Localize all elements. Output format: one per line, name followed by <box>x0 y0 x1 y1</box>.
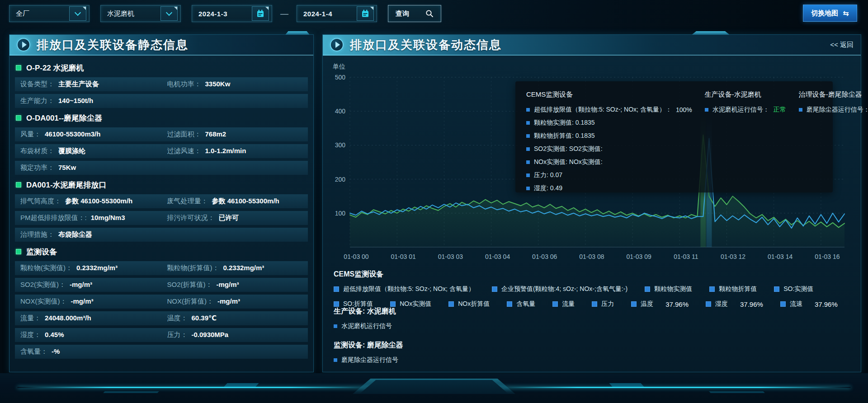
chart-legend: CEMS监测设备超低排放限值（颗拉物:5: SOz-; NOx; 含氧量）企业预… <box>334 270 854 308</box>
tooltip-column: 生产设备-水泥磨机水泥磨机运行信号：正常 <box>705 90 786 183</box>
svg-text:01-03 03: 01-03 03 <box>438 253 463 260</box>
date-from-value: 2024-1-3 <box>198 10 252 18</box>
tooltip-item-text: 湿度: 0.49 <box>534 184 562 192</box>
tooltip-item: 颗粒物实测值: 0.1835 <box>526 119 692 127</box>
legend-item[interactable]: 颗粒物实测值 <box>645 285 692 293</box>
tooltip-column: CEMS监测设备超低排放限值（颗拉物:5: SOz-; NOx; 含氧量）：10… <box>526 90 692 183</box>
tooltip-column-title: 生产设备-水泥磨机 <box>705 90 786 99</box>
tooltip-item-text: 压力: 0.07 <box>534 171 562 179</box>
info-cell: SO2(折算值)：-mg/m³ <box>167 281 302 289</box>
plant-select-value: 全厂 <box>16 9 69 18</box>
blue-square-icon <box>390 301 396 307</box>
dynamic-info-panel: 排放口及关联设备动态信息 << 返回 单位 10020030040050001-… <box>322 34 861 372</box>
info-label: 流量： <box>20 314 41 323</box>
legend-item[interactable]: 湿度37.96% <box>706 300 763 308</box>
date-to-value: 2024-1-4 <box>303 10 357 18</box>
blue-square-icon <box>705 108 708 112</box>
svg-text:01-03 06: 01-03 06 <box>532 253 557 260</box>
legend-item[interactable]: 压力 <box>592 300 614 308</box>
legend-item[interactable]: 超低排放限值（颗拉物:5: SOz-; NOx; 含氧量） <box>334 285 475 293</box>
svg-text:200: 200 <box>335 176 346 183</box>
static-panel-header: 排放口及关联设备静态信息 <box>9 35 313 56</box>
legend-item-value: 37.96% <box>740 300 763 308</box>
tooltip-item-text: 颗粒物折算值: 0.1835 <box>534 132 595 140</box>
static-info-body: O-P-22 水泥磨机设备类型：主要生产设备电机功率：3350Kw生产能力：14… <box>9 56 313 359</box>
section-header: 监测设备 <box>16 244 308 259</box>
legend-item[interactable]: 企业预警值(颗粒物:4; sOz-; NOx-;含氧气量:-) <box>492 285 627 293</box>
info-row: 治理措施：布袋除尘器 <box>15 228 308 242</box>
legend-item[interactable]: 含氧量 <box>507 300 535 308</box>
signal-group-heading: 生产设备: 水泥磨机 <box>334 307 403 316</box>
info-value: 1.0-1.2m/min <box>205 147 246 155</box>
blue-square-icon <box>334 358 337 362</box>
info-value: 75Kw <box>58 164 76 171</box>
legend-heading: CEMS监测设备 <box>334 270 854 279</box>
info-value: 0.2332mg/m³ <box>76 264 118 272</box>
info-cell: 压力：-0.0930MPa <box>167 331 302 339</box>
tooltip-column-title: 治理设备-磨尾除尘器 <box>799 90 868 99</box>
info-label: 风量： <box>20 130 41 139</box>
plant-select[interactable]: 全厂 <box>9 5 90 22</box>
date-range-separator: — <box>280 9 288 19</box>
info-label: 设备类型： <box>20 80 54 89</box>
calendar-icon[interactable] <box>357 6 374 21</box>
svg-text:01-03 12: 01-03 12 <box>721 253 745 260</box>
date-to-input[interactable]: 2024-1-4 <box>297 5 377 22</box>
info-label: NOX(实测值)： <box>20 297 67 306</box>
green-square-icon <box>16 65 21 70</box>
tooltip-item-text: 超低排放限值（颗拉物:5: SOz-; NOx; 含氧量）： <box>534 106 672 114</box>
legend-item-label: 温度 <box>641 300 653 308</box>
chart-tooltip: CEMS监测设备超低排放限值（颗拉物:5: SOz-; NOx; 含氧量）：10… <box>515 81 833 192</box>
info-cell: SO2(实测值)：-mg/m³ <box>20 281 167 289</box>
blue-square-icon <box>334 324 337 328</box>
info-value: 参数 46100-55300m/h <box>212 197 279 206</box>
svg-text:01-03 14: 01-03 14 <box>768 253 793 260</box>
legend-item[interactable]: NOx折算值 <box>448 300 490 308</box>
dashboard: 全厂 水泥磨机 2024-1-3 — 2024-1-4 查询 切换 <box>0 0 868 403</box>
play-icon <box>17 38 30 52</box>
blue-square-icon <box>334 301 339 307</box>
tooltip-column: 治理设备-磨尾除尘器磨尾除尘器运行信号：故障 <box>799 90 868 183</box>
info-cell: 电机功率：3350Kw <box>167 80 302 89</box>
info-cell: 颗粒物(折算值)：0.2332mg/m³ <box>167 264 302 272</box>
legend-item-label: 含氧量 <box>516 300 535 308</box>
blue-square-icon <box>631 301 637 307</box>
chevron-down-icon[interactable] <box>160 6 178 21</box>
device-select[interactable]: 水泥磨机 <box>100 5 181 22</box>
legend-item-label: 企业预警值(颗粒物:4; sOz-; NOx-;含氧气量:-) <box>501 285 627 293</box>
section-header: O-P-22 水泥磨机 <box>16 61 308 75</box>
section-header-label: O-P-22 水泥磨机 <box>26 63 84 73</box>
info-value: 主要生产设备 <box>58 80 99 89</box>
blue-square-icon <box>526 121 530 125</box>
legend-item[interactable]: 温度37.96% <box>631 300 689 308</box>
info-cell: 过滤风速：1.0-1.2m/min <box>167 147 302 155</box>
calendar-icon[interactable] <box>252 6 269 21</box>
info-label: 颗粒物(实测值)： <box>20 264 72 272</box>
query-button[interactable]: 查询 <box>388 5 441 22</box>
tooltip-item-text: NOx实测值: NOx实测值: <box>534 158 603 166</box>
blue-square-icon <box>645 286 650 292</box>
legend-item-label: SO:实测值 <box>783 285 813 293</box>
info-label: NOX(折算值)： <box>167 297 213 306</box>
legend-item-label: 压力 <box>601 300 614 308</box>
query-button-label: 查询 <box>396 9 409 18</box>
decoration-line <box>486 387 850 388</box>
legend-item[interactable]: 流量 <box>552 300 575 308</box>
blue-square-icon <box>526 173 530 177</box>
legend-item[interactable]: 流速37.96% <box>780 300 838 308</box>
green-square-icon <box>16 182 21 187</box>
legend-item[interactable]: 颗粒物折算值 <box>709 285 757 293</box>
tooltip-item-text: 水泥磨机运行信号： <box>712 106 769 114</box>
chevron-down-icon[interactable] <box>69 6 86 21</box>
info-value: 768m2 <box>205 130 226 138</box>
legend-item[interactable]: SO:实测值 <box>774 285 813 293</box>
signal-item: 水泥磨机运行信号 <box>334 322 403 330</box>
back-link[interactable]: << 返回 <box>830 41 854 49</box>
date-from-input[interactable]: 2024-1-3 <box>192 5 272 22</box>
info-value: 46100-55300m3/h <box>45 130 100 138</box>
info-value: 布袋除尘器 <box>58 230 92 239</box>
svg-text:100: 100 <box>335 210 346 217</box>
switch-map-button[interactable]: 切换地图 ⇆ <box>803 5 857 22</box>
tooltip-item-value: 正常 <box>774 106 786 114</box>
info-label: 废气处理量： <box>167 197 208 206</box>
